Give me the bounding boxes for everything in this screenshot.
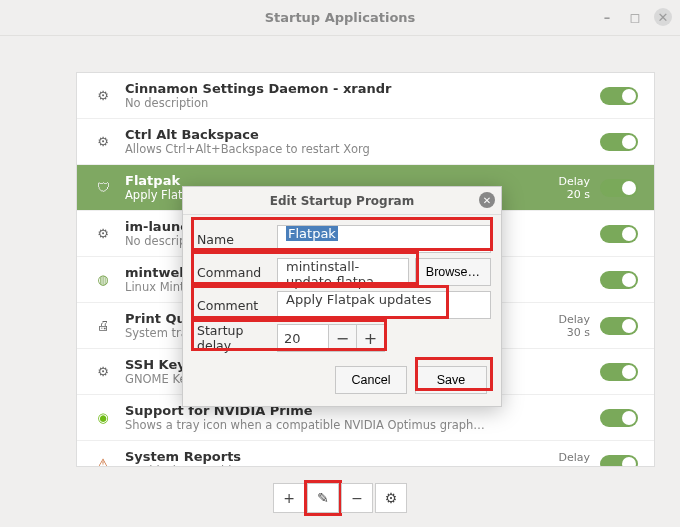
gear-icon: ⚙︎: [89, 88, 117, 103]
dialog-actions: Cancel Save: [193, 356, 491, 396]
mint-icon: ◍: [89, 272, 117, 287]
app-name: Ctrl Alt Backspace: [125, 127, 546, 142]
delay-value: 20: [284, 331, 301, 346]
app-delay: Delay 30 s: [546, 313, 600, 339]
app-delay: Delay 40 s: [546, 451, 600, 468]
enable-toggle[interactable]: [600, 87, 638, 105]
enable-toggle[interactable]: [600, 363, 638, 381]
dialog-body: Name Flatpak Command mintinstall-update-…: [183, 215, 501, 406]
command-row: Command mintinstall-update-flatpa Browse…: [193, 257, 491, 287]
comment-row: Comment Apply Flatpak updates: [193, 290, 491, 320]
dialog-close-button[interactable]: ✕: [479, 192, 495, 208]
app-desc: Troubleshoot problems: [125, 464, 546, 467]
app-window: Startup Applications – ◻ ✕ ⚙︎ Cinnamon S…: [0, 0, 680, 527]
window-controls: – ◻ ✕: [598, 8, 672, 26]
enable-toggle[interactable]: [600, 317, 638, 335]
gear-icon: ⚙︎: [89, 134, 117, 149]
app-name: Cinnamon Settings Daemon - xrandr: [125, 81, 546, 96]
window-title: Startup Applications: [265, 10, 416, 25]
enable-toggle[interactable]: [600, 133, 638, 151]
dialog-title: Edit Startup Program: [270, 194, 414, 208]
edit-button[interactable]: ✎: [307, 483, 339, 513]
delay-stepper: 20 − +: [277, 324, 385, 352]
app-desc: Shows a tray icon when a compatible NVID…: [125, 418, 546, 432]
enable-toggle[interactable]: [600, 225, 638, 243]
close-button[interactable]: ✕: [654, 8, 672, 26]
delay-input[interactable]: 20: [277, 324, 329, 352]
cancel-button[interactable]: Cancel: [335, 366, 407, 394]
titlebar: Startup Applications – ◻ ✕: [0, 0, 680, 36]
gear-icon: ⚙︎: [89, 226, 117, 241]
delay-row: Startup delay 20 − +: [193, 323, 491, 353]
delay-decrement[interactable]: −: [329, 324, 357, 352]
app-desc: No description: [125, 96, 546, 110]
comment-value: Apply Flatpak updates: [286, 292, 431, 307]
nvidia-icon: ◉: [89, 410, 117, 425]
selected-text: Flatpak: [286, 226, 338, 241]
list-item[interactable]: ⚠ System Reports Troubleshoot problems D…: [77, 441, 654, 467]
edit-startup-dialog: Edit Startup Program ✕ Name Flatpak Comm…: [182, 186, 502, 407]
warning-icon: ⚠: [89, 456, 117, 467]
run-button[interactable]: ⚙: [375, 483, 407, 513]
list-item[interactable]: ⚙︎ Ctrl Alt Backspace Allows Ctrl+Alt+Ba…: [77, 119, 654, 165]
comment-label: Comment: [193, 298, 277, 313]
command-input[interactable]: mintinstall-update-flatpa: [277, 258, 409, 286]
browse-button[interactable]: Browse…: [415, 258, 491, 286]
minimize-button[interactable]: –: [598, 8, 616, 26]
remove-button[interactable]: −: [341, 483, 373, 513]
name-row: Name Flatpak: [193, 224, 491, 254]
list-item[interactable]: ⚙︎ Cinnamon Settings Daemon - xrandr No …: [77, 73, 654, 119]
app-desc: Allows Ctrl+Alt+Backspace to restart Xor…: [125, 142, 546, 156]
delay-increment[interactable]: +: [357, 324, 385, 352]
dialog-titlebar: Edit Startup Program ✕: [183, 187, 501, 215]
command-label: Command: [193, 265, 277, 280]
printer-icon: 🖨: [89, 318, 117, 333]
toolbar: + ✎ − ⚙: [0, 483, 680, 513]
maximize-button[interactable]: ◻: [626, 8, 644, 26]
add-button[interactable]: +: [273, 483, 305, 513]
delay-label: Startup delay: [193, 323, 277, 353]
name-input[interactable]: Flatpak: [277, 225, 491, 253]
app-delay: Delay 20 s: [546, 175, 600, 201]
enable-toggle[interactable]: [600, 455, 638, 468]
command-value: mintinstall-update-flatpa: [286, 259, 374, 289]
enable-toggle[interactable]: [600, 271, 638, 289]
app-name: System Reports: [125, 449, 546, 464]
name-label: Name: [193, 232, 277, 247]
enable-toggle[interactable]: [600, 179, 638, 197]
comment-input[interactable]: Apply Flatpak updates: [277, 291, 491, 319]
save-button[interactable]: Save: [415, 366, 487, 394]
shield-icon: 🛡: [89, 180, 117, 195]
enable-toggle[interactable]: [600, 409, 638, 427]
gear-icon: ⚙︎: [89, 364, 117, 379]
